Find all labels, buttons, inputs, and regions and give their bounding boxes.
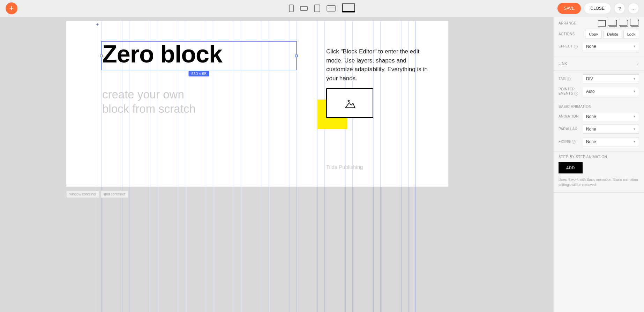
help-icon[interactable]: ?	[567, 77, 571, 81]
help-icon[interactable]: ?	[574, 45, 578, 49]
more-button[interactable]: …	[628, 3, 639, 14]
arrange-label: ARRANGE	[559, 21, 583, 25]
subheading-line: block from scratch	[102, 102, 196, 115]
container-tag[interactable]: grid container	[101, 191, 128, 198]
svg-rect-0	[289, 5, 293, 12]
animation-label: ANIMATION	[559, 114, 583, 119]
top-right-buttons: SAVE CLOSE ? …	[557, 3, 639, 14]
properties-panel: ARRANGE ACTIONS Copy Delete Lock EFFECT?…	[553, 17, 644, 312]
add-animation-button[interactable]: ADD	[559, 162, 583, 173]
top-toolbar: + SAVE CLOSE ? …	[0, 0, 644, 17]
tag-section: TAG? DIV▼ POINTER EVENTS? Auto▼	[554, 71, 644, 101]
container-tag[interactable]: window container	[66, 191, 99, 198]
svg-point-5	[348, 100, 349, 102]
tag-select[interactable]: DIV▼	[583, 74, 639, 83]
chevron-down-icon: ⌄	[636, 61, 639, 66]
device-phone-landscape-icon[interactable]	[300, 6, 308, 11]
effect-select[interactable]: None▼	[583, 42, 639, 51]
help-button[interactable]: ?	[614, 3, 625, 14]
pointer-events-select[interactable]: Auto▼	[583, 87, 639, 96]
save-button[interactable]: SAVE	[557, 3, 581, 14]
step-animation-note: Doesn't work with Basic animation. Basic…	[559, 177, 639, 187]
image-placeholder[interactable]	[326, 88, 373, 118]
svg-rect-2	[314, 5, 320, 12]
selection-box[interactable]: 660 × 95	[101, 41, 297, 70]
step-animation-title: STEP-BY-STEP ANIMATION	[559, 155, 639, 159]
device-tablet-icon[interactable]	[314, 5, 320, 12]
description-text[interactable]: Click "Block Editor" to enter the edit m…	[326, 47, 434, 83]
arrange-section: ARRANGE ACTIONS Copy Delete Lock EFFECT?…	[554, 17, 644, 56]
tilda-credit[interactable]: Tilda Publishing	[326, 164, 363, 170]
subheading-line: create your own	[102, 88, 184, 101]
tag-label: TAG?	[559, 77, 583, 81]
dimensions-badge: 660 × 95	[188, 71, 209, 76]
resize-handle-right[interactable]	[295, 54, 298, 57]
lock-button[interactable]: Lock	[623, 30, 639, 38]
link-label: LINK	[559, 61, 567, 66]
animation-select[interactable]: None▼	[583, 112, 639, 121]
arrange-forward-icon[interactable]	[609, 20, 617, 27]
device-desktop-icon[interactable]	[342, 3, 355, 13]
basic-animation-title: BASIC ANIMATION	[559, 105, 639, 109]
resize-handle-left[interactable]	[100, 54, 103, 57]
step-animation-section: STEP-BY-STEP ANIMATION ADD Doesn't work …	[554, 151, 644, 193]
svg-rect-4	[342, 4, 355, 12]
subheading-text[interactable]: create your own block from scratch	[102, 87, 196, 116]
arrange-front-icon[interactable]	[598, 20, 606, 27]
parallax-label: PARALLAX	[559, 127, 583, 131]
fixing-label: FIXING?	[559, 140, 583, 144]
container-tags: window container grid container	[66, 191, 128, 198]
close-button[interactable]: CLOSE	[584, 3, 611, 14]
svg-rect-3	[327, 6, 335, 11]
device-tablet-landscape-icon[interactable]	[327, 5, 336, 12]
picture-icon	[344, 97, 356, 110]
help-icon[interactable]: ?	[574, 92, 578, 96]
fixing-select[interactable]: None▼	[583, 137, 639, 146]
origin-marker: +	[96, 22, 99, 27]
arrange-back-icon[interactable]	[631, 20, 639, 27]
device-phone-icon[interactable]	[289, 5, 294, 12]
actions-label: ACTIONS	[559, 32, 583, 36]
svg-rect-1	[300, 6, 307, 10]
help-icon[interactable]: ?	[572, 140, 576, 144]
workspace[interactable]: + Zero block create your own block from …	[0, 17, 553, 312]
link-section[interactable]: LINK ⌄	[554, 56, 644, 71]
artboard[interactable]: + Zero block create your own block from …	[66, 21, 448, 187]
add-block-button[interactable]: +	[6, 2, 17, 14]
parallax-select[interactable]: None▼	[583, 125, 639, 134]
arrange-backward-icon[interactable]	[620, 20, 628, 27]
delete-button[interactable]: Delete	[603, 30, 622, 38]
basic-animation-section: BASIC ANIMATION ANIMATION None▼ PARALLAX…	[554, 101, 644, 151]
pointer-events-label: POINTER EVENTS?	[559, 87, 583, 96]
copy-button[interactable]: Copy	[585, 30, 602, 38]
device-switcher	[289, 3, 355, 13]
effect-label: EFFECT?	[559, 44, 583, 49]
